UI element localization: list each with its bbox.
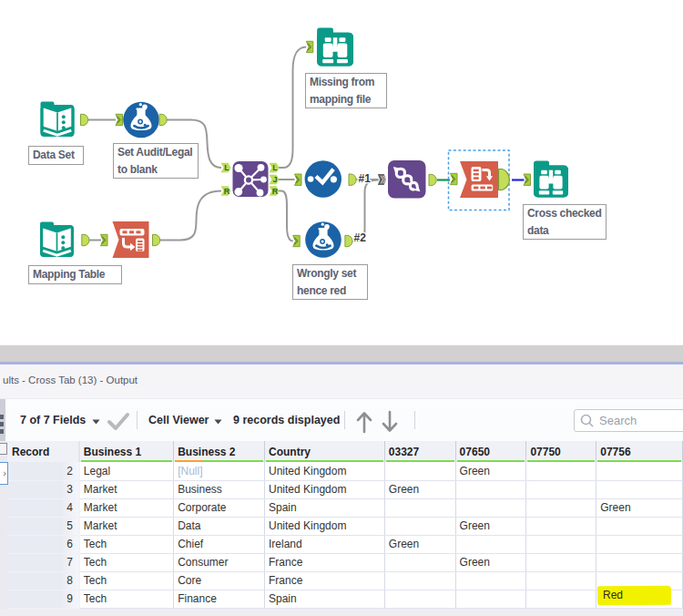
svg-text:R: R bbox=[224, 187, 230, 196]
svg-text:L: L bbox=[272, 163, 278, 172]
svg-text:J: J bbox=[272, 175, 277, 184]
svg-text:R: R bbox=[272, 187, 279, 196]
svg-text:L: L bbox=[224, 163, 229, 172]
svg-text:#1: #1 bbox=[359, 172, 372, 185]
svg-text:#2: #2 bbox=[354, 231, 367, 244]
